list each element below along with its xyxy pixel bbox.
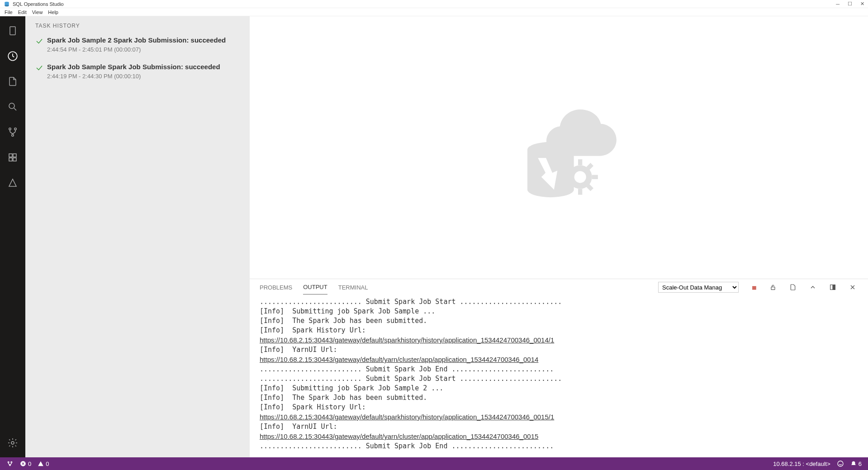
lock-scroll-icon[interactable] bbox=[769, 284, 778, 291]
status-feedback-icon[interactable] bbox=[837, 460, 844, 467]
status-bar: 0 0 10.68.2.15 : <default> 6 bbox=[0, 457, 868, 470]
panel-tabs: PROBLEMS OUTPUT TERMINAL Scale-Out Data … bbox=[250, 279, 868, 295]
task-time: 2:44:19 PM - 2:44:30 PM (00:00:10) bbox=[47, 73, 220, 80]
minimize-button[interactable]: ─ bbox=[836, 1, 840, 7]
task-history-icon[interactable] bbox=[6, 50, 19, 62]
svg-rect-29 bbox=[833, 285, 835, 290]
activity-bar bbox=[0, 16, 25, 457]
extensions-icon[interactable] bbox=[6, 151, 19, 164]
menu-help[interactable]: Help bbox=[45, 9, 61, 15]
menu-view[interactable]: View bbox=[29, 9, 46, 15]
sidebar-title: TASK HISTORY bbox=[25, 16, 250, 33]
svg-point-13 bbox=[11, 442, 14, 444]
svg-point-7 bbox=[14, 128, 16, 130]
output-content[interactable]: ......................... Submit Spark J… bbox=[250, 295, 868, 457]
svg-point-8 bbox=[12, 134, 14, 136]
collapse-panel-icon[interactable] bbox=[809, 284, 818, 291]
svg-rect-27 bbox=[771, 287, 775, 290]
tab-output[interactable]: OUTPUT bbox=[303, 280, 327, 294]
search-icon[interactable] bbox=[6, 100, 19, 113]
status-notifications-count: 6 bbox=[859, 461, 862, 467]
svg-point-6 bbox=[9, 128, 11, 130]
close-panel-icon[interactable] bbox=[849, 284, 858, 291]
svg-point-5 bbox=[9, 103, 14, 109]
svg-rect-10 bbox=[13, 154, 16, 157]
success-check-icon bbox=[35, 64, 43, 72]
status-notifications[interactable]: 6 bbox=[850, 461, 862, 467]
bottom-panel: PROBLEMS OUTPUT TERMINAL Scale-Out Data … bbox=[250, 279, 868, 457]
app-title: SQL Operations Studio bbox=[13, 1, 64, 7]
maximize-button[interactable]: ☐ bbox=[848, 1, 852, 7]
output-channel-select[interactable]: Scale-Out Data Manag bbox=[658, 282, 739, 293]
output-link[interactable]: https://10.68.2.15:30443/gateway/default… bbox=[260, 336, 554, 344]
svg-rect-22 bbox=[592, 175, 598, 179]
azure-icon[interactable] bbox=[6, 176, 19, 189]
svg-rect-12 bbox=[13, 158, 16, 161]
database-cloud-icon bbox=[496, 84, 622, 211]
svg-rect-3 bbox=[10, 27, 15, 35]
status-remote-icon[interactable] bbox=[6, 460, 14, 467]
status-connection[interactable]: 10.68.2.15 : <default> bbox=[773, 461, 830, 467]
svg-point-2 bbox=[5, 5, 9, 6]
close-button[interactable]: ✕ bbox=[860, 1, 864, 7]
editor-empty-state bbox=[250, 16, 868, 279]
success-check-icon bbox=[35, 37, 43, 45]
output-link[interactable]: https://10.68.2.15:30443/gateway/default… bbox=[260, 413, 554, 421]
title-bar: SQL Operations Studio ─ ☐ ✕ bbox=[0, 0, 868, 8]
status-warnings-count: 0 bbox=[46, 461, 49, 467]
tab-problems[interactable]: PROBLEMS bbox=[260, 280, 292, 294]
settings-icon[interactable] bbox=[6, 437, 19, 449]
menu-file[interactable]: File bbox=[2, 9, 15, 15]
maximize-panel-icon[interactable] bbox=[829, 284, 838, 291]
output-link[interactable]: https://10.68.2.15:30443/gateway/default… bbox=[260, 356, 538, 363]
tab-terminal[interactable]: TERMINAL bbox=[338, 280, 368, 294]
status-errors-count: 0 bbox=[28, 461, 31, 467]
svg-rect-19 bbox=[578, 159, 582, 165]
app-icon bbox=[4, 1, 10, 7]
svg-point-31 bbox=[11, 461, 12, 463]
task-title: Spark Job Sample 2 Spark Job Submission:… bbox=[47, 36, 226, 44]
source-control-icon[interactable] bbox=[6, 126, 19, 138]
servers-icon[interactable] bbox=[6, 24, 19, 37]
task-title: Spark Job Sample Spark Job Submission: s… bbox=[47, 63, 220, 71]
status-warnings[interactable]: 0 bbox=[38, 461, 49, 467]
clear-output-icon[interactable]: ≣ bbox=[749, 284, 759, 291]
task-history-sidebar: TASK HISTORY Spark Job Sample 2 Spark Jo… bbox=[25, 16, 250, 457]
svg-rect-9 bbox=[9, 154, 12, 157]
file-icon[interactable] bbox=[6, 75, 19, 88]
svg-point-30 bbox=[8, 461, 9, 463]
menu-edit[interactable]: Edit bbox=[15, 9, 29, 15]
task-time: 2:44:54 PM - 2:45:01 PM (00:00:07) bbox=[47, 46, 226, 53]
svg-rect-21 bbox=[562, 175, 568, 179]
svg-rect-20 bbox=[578, 189, 582, 195]
open-log-icon[interactable] bbox=[789, 284, 798, 291]
status-errors[interactable]: 0 bbox=[20, 461, 31, 467]
editor-area: PROBLEMS OUTPUT TERMINAL Scale-Out Data … bbox=[250, 16, 868, 457]
svg-point-34 bbox=[838, 461, 843, 466]
output-link[interactable]: https://10.68.2.15:30443/gateway/default… bbox=[260, 432, 538, 440]
svg-point-18 bbox=[574, 171, 586, 183]
svg-rect-11 bbox=[9, 158, 12, 161]
menu-bar: File Edit View Help bbox=[0, 8, 868, 16]
task-item[interactable]: Spark Job Sample Spark Job Submission: s… bbox=[25, 59, 250, 86]
task-item[interactable]: Spark Job Sample 2 Spark Job Submission:… bbox=[25, 33, 250, 59]
